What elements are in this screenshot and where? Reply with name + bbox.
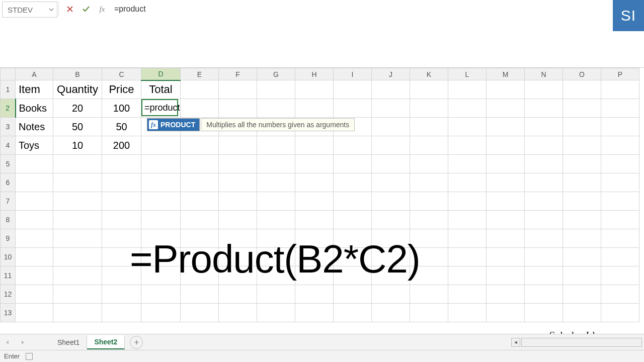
cell-J8[interactable] bbox=[372, 211, 410, 229]
cell-E6[interactable] bbox=[181, 173, 219, 192]
column-header-G[interactable]: G bbox=[257, 68, 295, 80]
cell-N10[interactable] bbox=[525, 248, 563, 266]
macro-record-icon[interactable] bbox=[26, 353, 33, 360]
cell-M3[interactable] bbox=[487, 118, 525, 136]
cell-editor[interactable]: =product bbox=[141, 99, 178, 116]
column-header-H[interactable]: H bbox=[295, 68, 334, 80]
cell-N2[interactable] bbox=[525, 99, 563, 118]
cell-A6[interactable] bbox=[16, 173, 53, 192]
cell-I12[interactable] bbox=[334, 285, 372, 304]
cell-A8[interactable] bbox=[16, 211, 53, 229]
cell-D8[interactable] bbox=[141, 211, 181, 229]
column-header-M[interactable]: M bbox=[487, 68, 525, 80]
cell-L11[interactable] bbox=[448, 266, 487, 285]
cell-L9[interactable] bbox=[448, 229, 487, 248]
cell-C7[interactable] bbox=[102, 192, 141, 211]
cell-I2[interactable] bbox=[334, 99, 372, 118]
cell-I7[interactable] bbox=[334, 192, 372, 211]
cell-O1[interactable] bbox=[563, 80, 601, 99]
cell-L3[interactable] bbox=[448, 118, 487, 136]
cell-P6[interactable] bbox=[601, 173, 639, 192]
cell-O2[interactable] bbox=[563, 99, 601, 118]
cell-E4[interactable] bbox=[181, 136, 219, 155]
formula-input[interactable]: =product bbox=[114, 5, 146, 14]
column-header-F[interactable]: F bbox=[219, 68, 257, 80]
cell-H6[interactable] bbox=[295, 173, 334, 192]
cell-F6[interactable] bbox=[219, 173, 257, 192]
cell-N5[interactable] bbox=[525, 155, 563, 173]
cell-H5[interactable] bbox=[295, 155, 334, 173]
column-header-B[interactable]: B bbox=[53, 68, 102, 80]
cell-N4[interactable] bbox=[525, 136, 563, 155]
cell-J4[interactable] bbox=[372, 136, 410, 155]
cell-D13[interactable] bbox=[141, 304, 181, 322]
cell-E12[interactable] bbox=[181, 285, 219, 304]
row-header-4[interactable]: 4 bbox=[1, 136, 16, 155]
insert-function-button[interactable]: fx bbox=[94, 1, 110, 17]
name-box[interactable]: STDEV bbox=[2, 2, 57, 18]
cell-M8[interactable] bbox=[487, 211, 525, 229]
cell-M10[interactable] bbox=[487, 248, 525, 266]
cell-M12[interactable] bbox=[487, 285, 525, 304]
cell-F2[interactable] bbox=[219, 99, 257, 118]
cell-B9[interactable] bbox=[53, 229, 102, 248]
cell-L5[interactable] bbox=[448, 155, 487, 173]
cell-L13[interactable] bbox=[448, 304, 487, 322]
cell-G7[interactable] bbox=[257, 192, 295, 211]
cell-E8[interactable] bbox=[181, 211, 219, 229]
cell-D12[interactable] bbox=[141, 285, 181, 304]
cell-A12[interactable] bbox=[16, 285, 53, 304]
cell-C2[interactable]: 100 bbox=[102, 99, 141, 118]
cell-D4[interactable] bbox=[141, 136, 181, 155]
cell-P2[interactable] bbox=[601, 99, 639, 118]
column-header-E[interactable]: E bbox=[181, 68, 219, 80]
cell-F8[interactable] bbox=[219, 211, 257, 229]
row-header-11[interactable]: 11 bbox=[1, 266, 16, 285]
cell-O7[interactable] bbox=[563, 192, 601, 211]
cell-K7[interactable] bbox=[410, 192, 448, 211]
cell-A4[interactable]: Toys bbox=[16, 136, 53, 155]
tab-sheet2[interactable]: Sheet2 bbox=[87, 335, 125, 349]
cell-O3[interactable] bbox=[563, 118, 601, 136]
cancel-button[interactable] bbox=[62, 1, 78, 17]
cell-M6[interactable] bbox=[487, 173, 525, 192]
cell-G13[interactable] bbox=[257, 304, 295, 322]
cell-P7[interactable] bbox=[601, 192, 639, 211]
cell-L6[interactable] bbox=[448, 173, 487, 192]
select-all-corner[interactable] bbox=[1, 68, 16, 80]
cell-O4[interactable] bbox=[563, 136, 601, 155]
cell-H4[interactable] bbox=[295, 136, 334, 155]
cell-F5[interactable] bbox=[219, 155, 257, 173]
row-header-9[interactable]: 9 bbox=[1, 229, 16, 248]
spreadsheet-grid[interactable]: ABCDEFGHIJKLMNOP1ItemQuantityPriceTotal2… bbox=[0, 68, 644, 322]
cell-C4[interactable]: 200 bbox=[102, 136, 141, 155]
add-sheet-button[interactable]: + bbox=[130, 336, 143, 349]
cell-A10[interactable] bbox=[16, 248, 53, 266]
scroll-track[interactable] bbox=[521, 338, 642, 347]
cell-F13[interactable] bbox=[219, 304, 257, 322]
cell-G4[interactable] bbox=[257, 136, 295, 155]
cell-A5[interactable] bbox=[16, 155, 53, 173]
scroll-left-button[interactable]: ◄ bbox=[511, 338, 520, 347]
cell-P9[interactable] bbox=[601, 229, 639, 248]
cell-B5[interactable] bbox=[53, 155, 102, 173]
cell-M4[interactable] bbox=[487, 136, 525, 155]
cell-E5[interactable] bbox=[181, 155, 219, 173]
cell-B6[interactable] bbox=[53, 173, 102, 192]
cell-B8[interactable] bbox=[53, 211, 102, 229]
column-header-N[interactable]: N bbox=[525, 68, 563, 80]
cell-K4[interactable] bbox=[410, 136, 448, 155]
cell-B4[interactable]: 10 bbox=[53, 136, 102, 155]
cell-P12[interactable] bbox=[601, 285, 639, 304]
cell-F7[interactable] bbox=[219, 192, 257, 211]
cell-C5[interactable] bbox=[102, 155, 141, 173]
cell-P10[interactable] bbox=[601, 248, 639, 266]
cell-A1[interactable]: Item bbox=[16, 80, 53, 99]
cell-M9[interactable] bbox=[487, 229, 525, 248]
cell-J2[interactable] bbox=[372, 99, 410, 118]
cell-O6[interactable] bbox=[563, 173, 601, 192]
cell-K8[interactable] bbox=[410, 211, 448, 229]
row-header-3[interactable]: 3 bbox=[1, 118, 16, 136]
cell-L1[interactable] bbox=[448, 80, 487, 99]
cell-K13[interactable] bbox=[410, 304, 448, 322]
